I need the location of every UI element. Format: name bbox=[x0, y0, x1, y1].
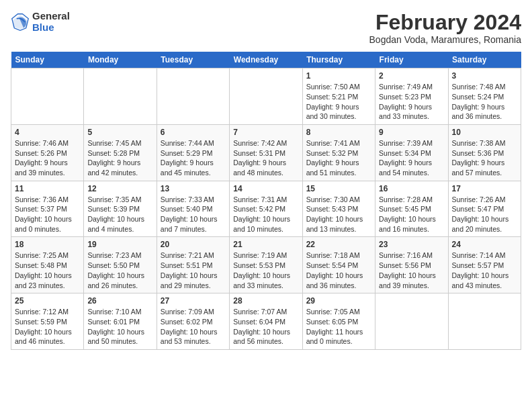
calendar-cell: 20Sunrise: 7:21 AMSunset: 5:51 PMDayligh… bbox=[157, 237, 229, 293]
day-number: 26 bbox=[87, 296, 152, 306]
day-number: 19 bbox=[87, 240, 152, 249]
calendar-cell: 12Sunrise: 7:35 AMSunset: 5:39 PMDayligh… bbox=[84, 181, 157, 237]
calendar-cell: 28Sunrise: 7:07 AMSunset: 6:04 PMDayligh… bbox=[230, 293, 302, 350]
calendar-cell: 16Sunrise: 7:28 AMSunset: 5:45 PMDayligh… bbox=[375, 181, 448, 237]
calendar-header-saturday: Saturday bbox=[448, 52, 521, 68]
day-info: Sunrise: 7:26 AMSunset: 5:47 PMDaylight:… bbox=[452, 195, 517, 234]
day-info: Sunrise: 7:42 AMSunset: 5:31 PMDaylight:… bbox=[233, 138, 298, 178]
calendar-cell bbox=[11, 68, 84, 125]
calendar-cell bbox=[230, 68, 302, 125]
calendar-cell: 14Sunrise: 7:31 AMSunset: 5:42 PMDayligh… bbox=[230, 181, 302, 237]
main-title: February 2024 bbox=[369, 11, 521, 34]
day-number: 23 bbox=[379, 240, 444, 249]
day-number: 5 bbox=[87, 128, 152, 137]
calendar-cell: 8Sunrise: 7:41 AMSunset: 5:32 PMDaylight… bbox=[302, 124, 375, 181]
day-info: Sunrise: 7:48 AMSunset: 5:24 PMDaylight:… bbox=[452, 82, 517, 122]
logo-text: General Blue bbox=[32, 11, 70, 33]
calendar-cell: 15Sunrise: 7:30 AMSunset: 5:43 PMDayligh… bbox=[302, 181, 375, 237]
calendar-week-3: 11Sunrise: 7:36 AMSunset: 5:37 PMDayligh… bbox=[11, 181, 521, 237]
day-info: Sunrise: 7:41 AMSunset: 5:32 PMDaylight:… bbox=[306, 138, 371, 178]
calendar-cell: 18Sunrise: 7:25 AMSunset: 5:48 PMDayligh… bbox=[11, 237, 84, 293]
day-info: Sunrise: 7:25 AMSunset: 5:48 PMDaylight:… bbox=[15, 250, 80, 290]
day-info: Sunrise: 7:50 AMSunset: 5:21 PMDaylight:… bbox=[306, 82, 371, 122]
calendar-header-tuesday: Tuesday bbox=[157, 52, 229, 68]
day-number: 8 bbox=[306, 128, 371, 137]
day-info: Sunrise: 7:31 AMSunset: 5:42 PMDaylight:… bbox=[233, 195, 298, 234]
calendar-cell: 27Sunrise: 7:09 AMSunset: 6:02 PMDayligh… bbox=[157, 293, 229, 350]
day-number: 2 bbox=[379, 71, 444, 81]
day-number: 22 bbox=[306, 240, 371, 249]
day-number: 4 bbox=[15, 128, 80, 137]
calendar-cell: 3Sunrise: 7:48 AMSunset: 5:24 PMDaylight… bbox=[448, 68, 521, 125]
day-number: 13 bbox=[161, 184, 226, 193]
day-number: 10 bbox=[452, 128, 517, 137]
day-info: Sunrise: 7:44 AMSunset: 5:29 PMDaylight:… bbox=[161, 138, 226, 178]
day-info: Sunrise: 7:33 AMSunset: 5:40 PMDaylight:… bbox=[161, 195, 226, 234]
day-number: 15 bbox=[306, 184, 371, 193]
calendar-week-5: 25Sunrise: 7:12 AMSunset: 5:59 PMDayligh… bbox=[11, 293, 521, 350]
location-subtitle: Bogdan Voda, Maramures, Romania bbox=[369, 34, 521, 45]
calendar-cell: 5Sunrise: 7:45 AMSunset: 5:28 PMDaylight… bbox=[84, 124, 157, 181]
calendar-cell: 26Sunrise: 7:10 AMSunset: 6:01 PMDayligh… bbox=[84, 293, 157, 350]
calendar-cell: 21Sunrise: 7:19 AMSunset: 5:53 PMDayligh… bbox=[230, 237, 302, 293]
day-number: 27 bbox=[161, 296, 226, 306]
calendar-header-friday: Friday bbox=[375, 52, 448, 68]
day-number: 20 bbox=[161, 240, 226, 249]
day-info: Sunrise: 7:18 AMSunset: 5:54 PMDaylight:… bbox=[306, 250, 371, 290]
calendar-cell bbox=[448, 293, 521, 350]
day-number: 28 bbox=[233, 296, 298, 306]
calendar-cell: 19Sunrise: 7:23 AMSunset: 5:50 PMDayligh… bbox=[84, 237, 157, 293]
day-info: Sunrise: 7:07 AMSunset: 6:04 PMDaylight:… bbox=[233, 307, 298, 347]
calendar-week-2: 4Sunrise: 7:46 AMSunset: 5:26 PMDaylight… bbox=[11, 124, 521, 181]
day-number: 17 bbox=[452, 184, 517, 193]
day-info: Sunrise: 7:21 AMSunset: 5:51 PMDaylight:… bbox=[161, 250, 226, 290]
day-info: Sunrise: 7:10 AMSunset: 6:01 PMDaylight:… bbox=[87, 307, 152, 347]
calendar-header-wednesday: Wednesday bbox=[230, 52, 302, 68]
day-number: 24 bbox=[452, 240, 517, 249]
calendar-cell: 1Sunrise: 7:50 AMSunset: 5:21 PMDaylight… bbox=[302, 68, 375, 125]
calendar-cell bbox=[84, 68, 157, 125]
calendar-cell: 2Sunrise: 7:49 AMSunset: 5:23 PMDaylight… bbox=[375, 68, 448, 125]
logo-blue-text: Blue bbox=[32, 22, 70, 34]
day-info: Sunrise: 7:30 AMSunset: 5:43 PMDaylight:… bbox=[306, 195, 371, 234]
day-info: Sunrise: 7:35 AMSunset: 5:39 PMDaylight:… bbox=[87, 195, 152, 234]
day-number: 25 bbox=[15, 296, 80, 306]
calendar-header-sunday: Sunday bbox=[11, 52, 84, 68]
day-number: 7 bbox=[233, 128, 298, 137]
calendar-cell bbox=[157, 68, 229, 125]
day-info: Sunrise: 7:19 AMSunset: 5:53 PMDaylight:… bbox=[233, 250, 298, 290]
day-number: 1 bbox=[306, 71, 371, 81]
calendar-table: SundayMondayTuesdayWednesdayThursdayFrid… bbox=[11, 52, 521, 350]
day-info: Sunrise: 7:14 AMSunset: 5:57 PMDaylight:… bbox=[452, 250, 517, 290]
calendar-header-row: SundayMondayTuesdayWednesdayThursdayFrid… bbox=[11, 52, 521, 68]
calendar-cell: 7Sunrise: 7:42 AMSunset: 5:31 PMDaylight… bbox=[230, 124, 302, 181]
calendar-cell: 17Sunrise: 7:26 AMSunset: 5:47 PMDayligh… bbox=[448, 181, 521, 237]
calendar-week-4: 18Sunrise: 7:25 AMSunset: 5:48 PMDayligh… bbox=[11, 237, 521, 293]
day-info: Sunrise: 7:23 AMSunset: 5:50 PMDaylight:… bbox=[87, 250, 152, 290]
day-number: 29 bbox=[306, 296, 371, 306]
calendar-cell bbox=[375, 293, 448, 350]
calendar-header-thursday: Thursday bbox=[302, 52, 375, 68]
calendar-cell: 4Sunrise: 7:46 AMSunset: 5:26 PMDaylight… bbox=[11, 124, 84, 181]
day-info: Sunrise: 7:46 AMSunset: 5:26 PMDaylight:… bbox=[15, 138, 80, 178]
logo: General Blue bbox=[11, 11, 70, 33]
day-info: Sunrise: 7:36 AMSunset: 5:37 PMDaylight:… bbox=[15, 195, 80, 234]
day-number: 12 bbox=[87, 184, 152, 193]
calendar-cell: 29Sunrise: 7:05 AMSunset: 6:05 PMDayligh… bbox=[302, 293, 375, 350]
day-number: 6 bbox=[161, 128, 226, 137]
calendar-cell: 24Sunrise: 7:14 AMSunset: 5:57 PMDayligh… bbox=[448, 237, 521, 293]
calendar-cell: 9Sunrise: 7:39 AMSunset: 5:34 PMDaylight… bbox=[375, 124, 448, 181]
day-number: 9 bbox=[379, 128, 444, 137]
header: General Blue February 2024 Bogdan Voda, … bbox=[11, 11, 521, 45]
calendar-cell: 25Sunrise: 7:12 AMSunset: 5:59 PMDayligh… bbox=[11, 293, 84, 350]
day-number: 11 bbox=[15, 184, 80, 193]
logo-icon bbox=[11, 13, 30, 32]
day-info: Sunrise: 7:05 AMSunset: 6:05 PMDaylight:… bbox=[306, 307, 371, 347]
calendar-header-monday: Monday bbox=[84, 52, 157, 68]
day-info: Sunrise: 7:12 AMSunset: 5:59 PMDaylight:… bbox=[15, 307, 80, 347]
day-number: 18 bbox=[15, 240, 80, 249]
day-number: 14 bbox=[233, 184, 298, 193]
calendar-cell: 11Sunrise: 7:36 AMSunset: 5:37 PMDayligh… bbox=[11, 181, 84, 237]
day-number: 3 bbox=[452, 71, 517, 81]
day-info: Sunrise: 7:16 AMSunset: 5:56 PMDaylight:… bbox=[379, 250, 444, 290]
